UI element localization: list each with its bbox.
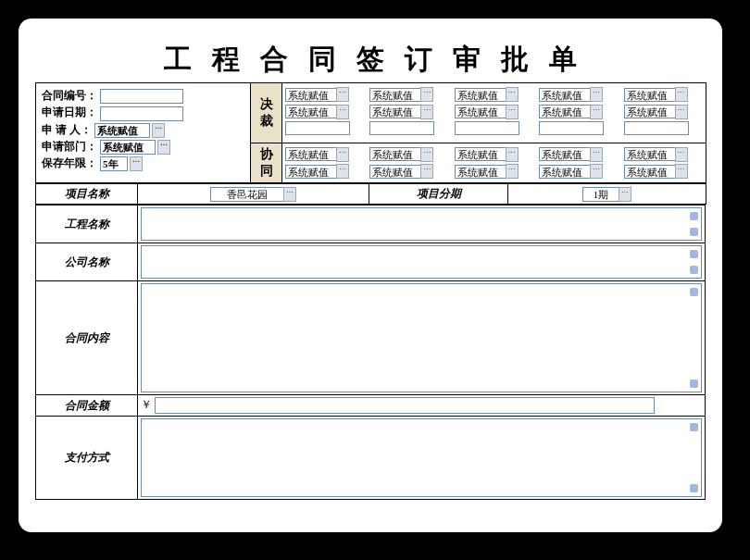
label-applicant: 申 请 人：: [42, 123, 92, 136]
decision-comment[interactable]: [455, 121, 519, 135]
decision-cell[interactable]: 系统赋值: [455, 88, 506, 102]
textarea-company[interactable]: [141, 245, 702, 279]
decision-cell[interactable]: 系统赋值: [539, 105, 591, 118]
picker-icon[interactable]: [506, 147, 519, 162]
collab-cell[interactable]: 系统赋值: [539, 165, 591, 179]
picker-icon[interactable]: [336, 87, 349, 102]
picker-icon[interactable]: [590, 105, 603, 119]
scrollbar-thumb-icon[interactable]: [690, 288, 698, 296]
textarea-payment[interactable]: [141, 418, 702, 497]
decision-comment[interactable]: [369, 121, 434, 135]
collab-cell[interactable]: 系统赋值: [455, 147, 506, 161]
picker-icon[interactable]: [506, 164, 519, 179]
textarea-project-eng[interactable]: [141, 207, 702, 241]
approval-collab-header: 协同: [251, 143, 282, 183]
picker-icon[interactable]: [420, 105, 433, 119]
decision-cell[interactable]: 系统赋值: [369, 105, 421, 118]
collab-cell[interactable]: 系统赋值: [369, 147, 421, 161]
decision-cell[interactable]: 系统赋值: [624, 88, 676, 102]
picker-retention-icon[interactable]: [130, 156, 143, 171]
input-retention[interactable]: 5年: [100, 156, 128, 171]
picker-project-name-icon[interactable]: [283, 187, 296, 202]
scrollbar-thumb-icon[interactable]: [690, 250, 698, 258]
decision-cell[interactable]: 系统赋值: [285, 105, 337, 118]
label-project-eng: 工程名称: [36, 205, 138, 243]
picker-icon[interactable]: [590, 87, 603, 102]
picker-icon[interactable]: [506, 105, 519, 119]
decision-cell[interactable]: 系统赋值: [285, 88, 337, 102]
label-project-phase: 项目分期: [369, 184, 508, 205]
decision-comment[interactable]: [624, 121, 689, 135]
scrollbar-thumb-icon[interactable]: [690, 380, 698, 388]
decision-cell[interactable]: 系统赋值: [455, 105, 506, 118]
picker-icon[interactable]: [675, 164, 688, 179]
picker-icon[interactable]: [675, 105, 688, 119]
picker-icon[interactable]: [590, 164, 603, 179]
input-apply-date[interactable]: [100, 106, 183, 121]
picker-icon[interactable]: [590, 147, 603, 162]
label-project-name: 项目名称: [36, 184, 138, 205]
scrollbar-thumb-icon[interactable]: [690, 484, 698, 492]
label-content: 合同内容: [36, 281, 138, 395]
decision-cell[interactable]: 系统赋值: [539, 88, 591, 102]
decision-cell[interactable]: 系统赋值: [624, 105, 676, 118]
label-retention: 保存年限：: [42, 156, 97, 169]
input-project-name[interactable]: 香邑花园: [210, 187, 284, 202]
picker-icon[interactable]: [506, 87, 519, 102]
picker-icon[interactable]: [336, 105, 349, 119]
decision-comment[interactable]: [285, 121, 350, 135]
input-amount[interactable]: [155, 397, 655, 414]
picker-project-phase-icon[interactable]: [619, 187, 631, 202]
picker-applicant-icon[interactable]: [152, 123, 165, 138]
collab-cell[interactable]: 系统赋值: [285, 147, 337, 161]
picker-icon[interactable]: [420, 164, 433, 179]
label-company: 公司名称: [36, 243, 138, 281]
input-project-phase[interactable]: 1期: [582, 187, 619, 202]
label-apply-dept: 申请部门：: [42, 140, 97, 153]
approval-decision-grid: 系统赋值 系统赋值 系统赋值 系统赋值 系统赋值 系统赋值 系统赋值 系统赋值 …: [284, 85, 704, 141]
amount-currency-prefix: ￥: [141, 398, 152, 411]
label-amount: 合同金额: [36, 395, 138, 417]
collab-cell[interactable]: 系统赋值: [455, 165, 506, 179]
collab-cell[interactable]: 系统赋值: [624, 147, 676, 161]
scrollbar-thumb-icon[interactable]: [690, 212, 698, 220]
approval-collab-grid: 系统赋值 系统赋值 系统赋值 系统赋值 系统赋值 系统赋值 系统赋值 系统赋值 …: [284, 145, 704, 181]
scrollbar-thumb-icon[interactable]: [690, 228, 698, 236]
collab-cell[interactable]: 系统赋值: [539, 147, 591, 161]
collab-cell[interactable]: 系统赋值: [285, 165, 337, 179]
textarea-content[interactable]: [141, 283, 702, 392]
label-apply-date: 申请日期：: [42, 106, 97, 118]
input-applicant[interactable]: 系统赋值: [94, 123, 150, 138]
scrollbar-thumb-icon[interactable]: [690, 266, 698, 274]
page-title: 工程合同签订审批单: [35, 35, 706, 82]
scrollbar-thumb-icon[interactable]: [690, 423, 698, 431]
picker-icon[interactable]: [336, 147, 349, 162]
collab-cell[interactable]: 系统赋值: [369, 165, 421, 179]
picker-apply-dept-icon[interactable]: [157, 140, 170, 155]
input-contract-no[interactable]: [100, 89, 183, 104]
label-payment: 支付方式: [36, 417, 138, 500]
collab-cell[interactable]: 系统赋值: [624, 165, 676, 179]
picker-icon[interactable]: [675, 147, 688, 162]
decision-comment[interactable]: [539, 121, 604, 135]
approval-decision-header: 决裁: [251, 83, 282, 143]
picker-icon[interactable]: [420, 147, 433, 162]
picker-icon[interactable]: [336, 164, 349, 179]
label-contract-no: 合同编号：: [42, 89, 97, 102]
input-apply-dept[interactable]: 系统赋值: [100, 140, 156, 155]
picker-icon[interactable]: [420, 87, 433, 102]
picker-icon[interactable]: [675, 87, 688, 102]
decision-cell[interactable]: 系统赋值: [369, 88, 421, 102]
